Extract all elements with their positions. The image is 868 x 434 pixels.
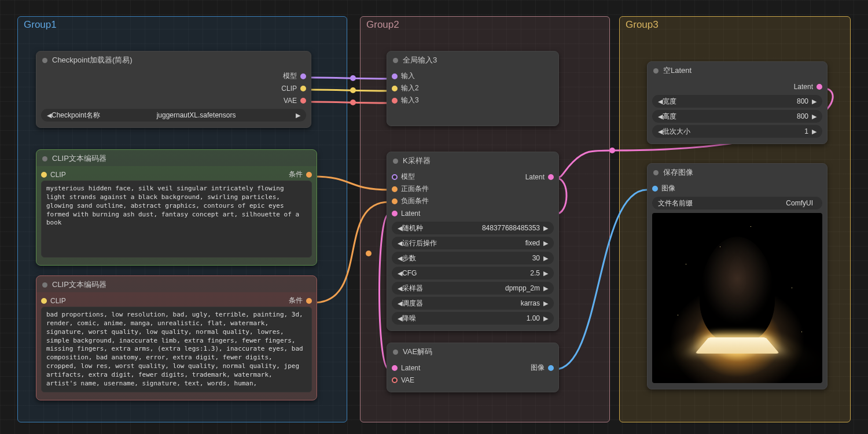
input-image-port[interactable]: [652, 186, 658, 192]
output-image-preview[interactable]: [652, 213, 822, 383]
negative-prompt-input[interactable]: [41, 307, 312, 392]
node-checkpoint-loader[interactable]: Checkpoint加载器(简易) 模型 CLIP VAE ◀ Checkpoi…: [36, 51, 311, 128]
node-vae-decode[interactable]: VAE解码 Latent 图像 VAE: [387, 343, 559, 392]
collapse-icon[interactable]: [393, 350, 398, 355]
node-title: 保存图像: [663, 167, 693, 178]
input-model-port[interactable]: [392, 174, 398, 180]
steps-widget[interactable]: ◀步数30▶: [392, 252, 554, 264]
output-model-label: 模型: [283, 71, 297, 81]
output-clip-label: CLIP: [281, 84, 297, 93]
chevron-right-icon[interactable]: ▶: [296, 112, 300, 119]
input-vae-port[interactable]: [392, 377, 398, 383]
input-clip-port[interactable]: [41, 298, 47, 304]
input-3-port[interactable]: [392, 98, 398, 104]
denoise-widget[interactable]: ◀降噪1.00▶: [392, 312, 554, 325]
output-conditioning-port[interactable]: [306, 298, 312, 304]
seed-widget[interactable]: ◀随机种848377688485353▶: [392, 222, 554, 234]
input-positive-port[interactable]: [392, 186, 398, 192]
node-clip-text-positive[interactable]: CLIP文本编码器 CLIP 条件: [36, 149, 317, 266]
control-after-generate-widget[interactable]: ◀运行后操作fixed▶: [392, 237, 554, 249]
node-global-input[interactable]: 全局输入3 输入 输入2 输入3: [387, 51, 559, 126]
cfg-widget[interactable]: ◀CFG2.5▶: [392, 267, 554, 279]
node-title: K采样器: [403, 156, 431, 166]
node-title: Checkpoint加载器(简易): [52, 55, 133, 65]
svg-point-1: [350, 87, 356, 93]
node-title: CLIP文本编码器: [52, 153, 106, 164]
node-clip-text-negative[interactable]: CLIP文本编码器 CLIP 条件: [36, 275, 317, 400]
height-widget[interactable]: ◀高度800▶: [652, 110, 822, 123]
svg-point-0: [350, 75, 356, 81]
input-clip-port[interactable]: [41, 172, 47, 178]
collapse-icon[interactable]: [42, 282, 47, 288]
svg-point-2: [350, 100, 356, 105]
collapse-icon[interactable]: [653, 68, 659, 73]
node-empty-latent[interactable]: 空Latent Latent ◀宽度800▶ ◀高度800▶ ◀批次大小1▶: [647, 61, 827, 144]
output-latent-port[interactable]: [548, 174, 554, 180]
collapse-icon[interactable]: [653, 170, 659, 175]
filename-prefix-widget[interactable]: 文件名前缀 ComfyUI: [652, 197, 822, 209]
group-1-title: Group1: [24, 19, 57, 31]
positive-prompt-input[interactable]: [41, 181, 312, 258]
output-vae-label: VAE: [284, 97, 297, 105]
output-image-port[interactable]: [548, 365, 554, 371]
input-latent-port[interactable]: [392, 365, 398, 371]
input-negative-port[interactable]: [392, 198, 398, 204]
checkpoint-name-widget[interactable]: ◀ Checkpoint名称 juggernautXL.safetensors …: [41, 109, 306, 122]
output-latent-port[interactable]: [816, 84, 822, 90]
node-ksampler[interactable]: K采样器 模型 Latent 正面条件 负面条件 Latent ◀随机种8483…: [387, 152, 559, 331]
sampler-widget[interactable]: ◀采样器dpmpp_2m▶: [392, 282, 554, 295]
output-conditioning-port[interactable]: [306, 172, 312, 178]
collapse-icon[interactable]: [42, 58, 47, 63]
chevron-left-icon[interactable]: ◀: [47, 112, 52, 119]
output-clip-port[interactable]: [300, 86, 306, 91]
output-vae-port[interactable]: [300, 98, 306, 104]
input-1-port[interactable]: [392, 73, 398, 79]
node-title: 空Latent: [663, 65, 692, 76]
node-title: VAE解码: [403, 347, 432, 357]
node-save-image[interactable]: 保存图像 图像 文件名前缀 ComfyUI: [647, 163, 827, 389]
input-2-port[interactable]: [392, 86, 398, 91]
svg-point-4: [609, 148, 615, 153]
node-title: CLIP文本编码器: [52, 279, 106, 290]
scheduler-widget[interactable]: ◀调度器karras▶: [392, 297, 554, 310]
width-widget[interactable]: ◀宽度800▶: [652, 95, 822, 108]
collapse-icon[interactable]: [42, 156, 47, 161]
group-2-title: Group2: [366, 19, 399, 31]
collapse-icon[interactable]: [393, 58, 398, 63]
group-3-title: Group3: [626, 19, 659, 31]
node-title: 全局输入3: [403, 55, 437, 65]
collapse-icon[interactable]: [393, 159, 398, 164]
output-model-port[interactable]: [300, 73, 306, 79]
batch-size-widget[interactable]: ◀批次大小1▶: [652, 125, 822, 138]
input-latent-port[interactable]: [392, 211, 398, 216]
